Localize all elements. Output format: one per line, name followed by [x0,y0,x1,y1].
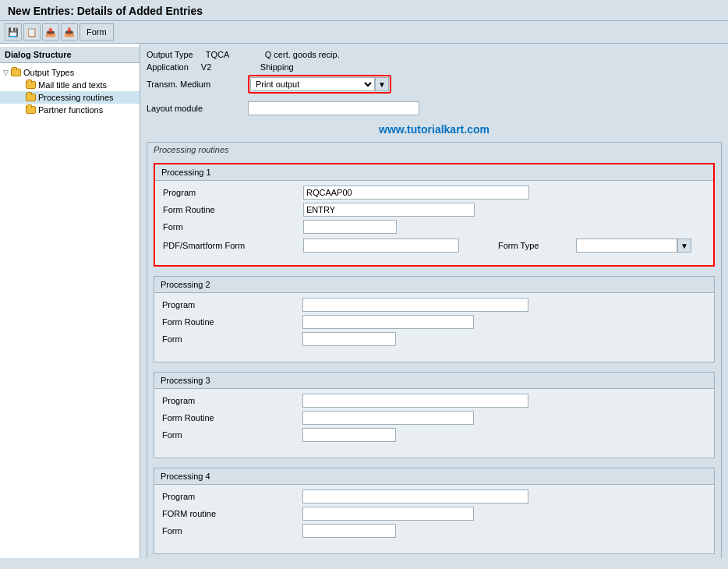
proc3-form-row: Form [162,428,706,442]
output-type-label: Output Type [147,50,193,59]
transm-medium-label: Transm. Medium [147,80,248,89]
toolbar: 💾 📋 📤 📥 Form [0,21,728,44]
folder-icon-processing [25,93,36,102]
download-button[interactable]: 📥 [61,23,78,41]
processing-4-box: Processing 4 Program FORM routine Form [154,468,715,554]
processing-4-content: Program FORM routine Form [154,485,714,546]
proc3-program-row: Program [162,394,706,408]
copy-button[interactable]: 📋 [23,23,41,41]
sidebar-item-partner-functions[interactable]: Partner functions [0,104,140,116]
folder-icon-mail [25,80,36,90]
processing-2-content: Program Form Routine Form [154,293,714,354]
proc4-form-routine-row: FORM routine [162,507,706,521]
page-title: New Entries: Details of Added Entries [8,5,720,17]
proc3-form-routine-row: Form Routine [162,411,706,425]
sidebar: Dialog Structure ▽ Output Types Mail tit… [0,44,140,558]
proc2-form-input[interactable] [302,332,396,346]
proc3-form-label: Form [162,430,302,440]
proc2-form-label: Form [162,334,302,344]
proc4-form-routine-label: FORM routine [162,509,302,518]
processing-3-section: Processing 3 Program Form Routine Form [154,372,715,458]
proc4-form-row: Form [162,524,706,538]
upload-button[interactable]: 📤 [42,23,59,41]
sidebar-label-output-types: Output Types [23,68,74,77]
proc2-form-routine-label: Form Routine [162,317,302,327]
processing-3-box: Processing 3 Program Form Routine Form [154,372,715,458]
sidebar-label-mail-title: Mail title and texts [38,80,107,90]
transm-medium-select[interactable]: Print output [250,77,375,91]
processing-1-header: Processing 1 [155,164,713,181]
proc3-form-input[interactable] [302,428,396,442]
application-label: Application [147,62,189,72]
watermark: www.tutorialkart.com [147,123,722,136]
proc2-program-input[interactable] [302,298,528,312]
folder-icon [10,68,21,77]
proc3-form-routine-label: Form Routine [162,413,302,422]
output-type-desc: Q cert. goods recip. [265,50,340,59]
processing-4-header: Processing 4 [154,468,714,485]
proc2-program-row: Program [162,298,706,312]
processing-2-header: Processing 2 [154,277,714,293]
title-bar: New Entries: Details of Added Entries [0,0,728,21]
proc1-form-type-input[interactable] [576,239,677,253]
proc4-form-label: Form [162,526,302,535]
proc1-form-input[interactable] [303,220,397,234]
proc2-program-label: Program [162,300,302,309]
sidebar-item-output-types[interactable]: ▽ Output Types [0,66,140,79]
proc4-program-input[interactable] [302,489,528,504]
proc4-program-row: Program [162,489,706,504]
transm-medium-dropdown-btn[interactable]: ▼ [375,77,389,91]
sidebar-title: Dialog Structure [0,47,140,63]
layout-module-row: Layout module [147,101,722,115]
processing-routines-outer: Processing routines Processing 1 Program… [147,142,722,558]
proc3-program-input[interactable] [302,394,528,408]
proc1-form-type-label: Form Type [498,241,576,250]
transm-medium-row: Transm. Medium Print output ▼ [147,75,722,94]
save-button[interactable]: 💾 [5,23,22,41]
proc1-pdf-input[interactable] [303,239,459,253]
proc1-form-label: Form [163,222,303,231]
form-menu-button[interactable]: Form [80,23,114,41]
processing-3-header: Processing 3 [154,373,714,389]
proc1-form-routine-input[interactable] [303,203,475,217]
processing-routines-header: Processing routines [147,143,721,157]
proc4-form-routine-input[interactable] [302,507,474,521]
processing-1-section: Processing 1 Program Form Routine Form [154,163,715,267]
proc1-pdf-label: PDF/Smartform Form [163,241,303,250]
sidebar-tree: ▽ Output Types Mail title and texts [0,63,140,119]
processing-2-section: Processing 2 Program Form Routine Form [154,276,715,362]
processing-1-content: Program Form Routine Form PDF/Smart [155,181,713,257]
proc3-program-label: Program [162,396,302,405]
proc2-form-routine-row: Form Routine [162,315,706,329]
proc1-form-row: Form [163,220,705,234]
layout-module-label: Layout module [147,104,248,113]
output-type-value: TQCA [206,50,253,59]
content-area: Output Type TQCA Q cert. goods recip. Ap… [140,44,728,558]
processing-2-box: Processing 2 Program Form Routine Form [154,276,715,362]
proc2-form-row: Form [162,332,706,346]
expand-arrow: ▽ [3,69,9,76]
main-container: Dialog Structure ▽ Output Types Mail tit… [0,44,728,558]
proc1-form-type-btn[interactable]: ▼ [677,239,691,253]
proc1-program-row: Program [163,186,705,200]
processing-1-box: Processing 1 Program Form Routine Form [154,163,715,267]
proc1-program-label: Program [163,188,303,197]
proc3-form-routine-input[interactable] [302,411,474,425]
proc1-pdf-row: PDF/Smartform Form Form Type ▼ [163,239,705,253]
sidebar-label-partner: Partner functions [38,105,103,115]
proc1-program-input[interactable] [303,186,529,200]
processing-3-content: Program Form Routine Form [154,389,714,450]
proc4-program-label: Program [162,492,302,501]
proc1-form-routine-row: Form Routine [163,203,705,217]
processing-4-section: Processing 4 Program FORM routine Form [154,468,715,554]
proc1-form-routine-label: Form Routine [163,205,303,214]
transm-medium-select-wrapper: Print output ▼ [248,75,391,94]
sidebar-item-mail-title[interactable]: Mail title and texts [0,79,140,91]
sidebar-item-processing-routines[interactable]: Processing routines [0,91,140,104]
sidebar-label-processing: Processing routines [38,93,114,102]
folder-icon-partner [25,105,36,115]
proc2-form-routine-input[interactable] [302,315,474,329]
proc4-form-input[interactable] [302,524,396,538]
layout-module-input[interactable] [248,101,419,115]
application-desc: Shipping [260,62,294,72]
